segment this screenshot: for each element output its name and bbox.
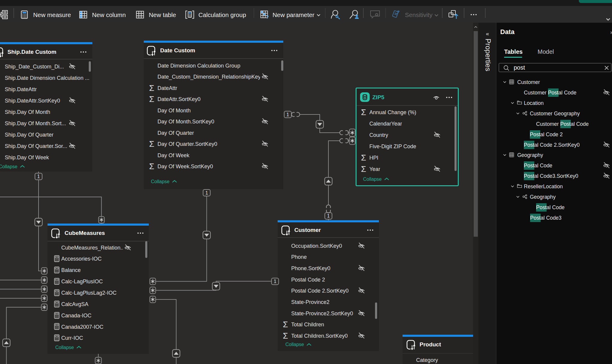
svg-text:1: 1: [205, 190, 208, 195]
svg-text:1: 1: [287, 112, 289, 117]
svg-text:1: 1: [37, 174, 40, 179]
svg-text:1: 1: [274, 279, 276, 284]
svg-text:?: ?: [266, 15, 269, 19]
svg-text:1: 1: [327, 213, 330, 218]
